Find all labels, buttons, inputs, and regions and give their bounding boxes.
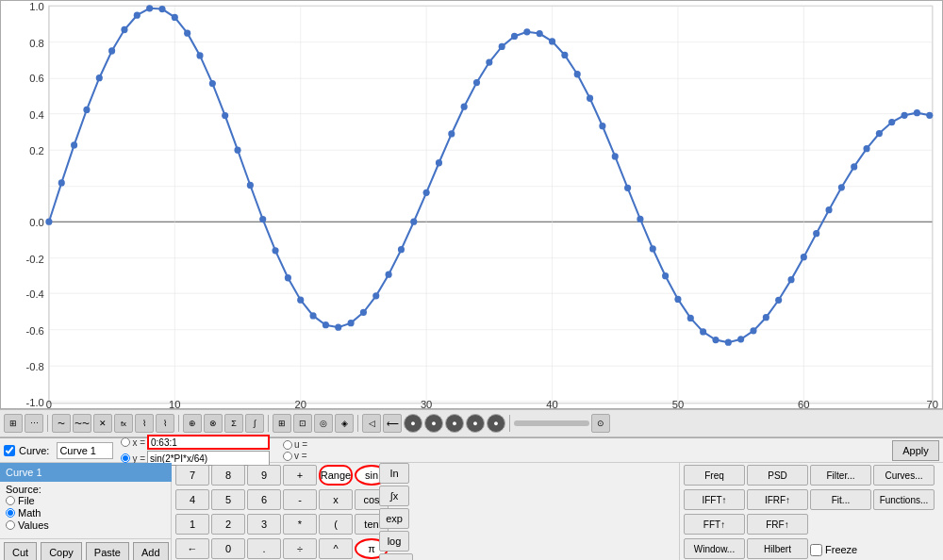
calc-minus[interactable]: - — [283, 489, 317, 510]
svg-point-88 — [662, 272, 669, 279]
func-fit[interactable]: Fit... — [810, 489, 871, 510]
math-radio[interactable] — [6, 508, 15, 518]
cut-button[interactable]: Cut — [4, 542, 37, 561]
add-button[interactable]: Add — [133, 542, 169, 561]
svg-point-52 — [209, 80, 216, 87]
file-radio[interactable] — [6, 496, 15, 505]
svg-point-54 — [234, 147, 240, 154]
toolbar-icon-15[interactable]: ◎ — [314, 414, 333, 433]
svg-point-45 — [121, 26, 127, 33]
toolbar-icon-18[interactable]: ⟵ — [383, 414, 402, 433]
calc-plus[interactable]: + — [283, 465, 317, 486]
svg-point-66 — [386, 272, 392, 278]
svg-point-93 — [725, 339, 732, 346]
svg-point-92 — [712, 337, 719, 343]
toolbar: ⊞ ⋯ 〜 〜〜 ✕ fx ⌇ ⌇ ⊕ ⊗ Σ ∫ ⊞ ⊡ ◎ ◈ ◁ ⟵ ● … — [0, 409, 943, 437]
copy-button[interactable]: Copy — [41, 542, 82, 561]
svg-point-70 — [436, 159, 442, 166]
toolbar-icon-14[interactable]: ⊡ — [293, 414, 312, 433]
calc-5[interactable]: 5 — [211, 489, 245, 510]
chart-svg: 1.0 0.8 0.6 0.4 0.2 0.0 -0.2 -0.4 -0.6 -… — [1, 1, 942, 408]
calc-6[interactable]: 6 — [247, 489, 281, 510]
func-fft[interactable]: FFT↑ — [684, 514, 745, 535]
calc-9[interactable]: 9 — [247, 465, 281, 486]
calc-log[interactable]: log — [379, 531, 409, 552]
svg-point-56 — [259, 216, 266, 222]
toolbar-icon-5[interactable]: ✕ — [93, 414, 112, 433]
svg-point-84 — [612, 153, 619, 159]
x-value-input[interactable] — [147, 435, 270, 450]
calc-8[interactable]: 8 — [211, 465, 245, 486]
paste-button[interactable]: Paste — [86, 542, 129, 561]
u-radio[interactable] — [283, 440, 292, 450]
calc-integral[interactable]: ∫x — [379, 486, 409, 506]
calc-range[interactable]: Range — [319, 465, 353, 486]
calc-7[interactable]: 7 — [175, 465, 209, 486]
calc-analog[interactable]: analog — [379, 553, 413, 560]
svg-point-100 — [813, 230, 819, 237]
toolbar-icon-2[interactable]: ⋯ — [25, 414, 43, 433]
y-radio[interactable] — [121, 453, 130, 463]
svg-point-108 — [914, 109, 920, 116]
apply-button[interactable]: Apply — [892, 440, 939, 461]
toolbar-icon-20[interactable]: ● — [424, 414, 443, 433]
calc-dot[interactable]: . — [247, 538, 281, 559]
toolbar-icon-19[interactable]: ● — [404, 414, 422, 433]
func-frf[interactable]: FRF↑ — [747, 514, 808, 535]
curve-checkbox[interactable] — [4, 445, 15, 456]
toolbar-icon-23[interactable]: ● — [487, 414, 505, 433]
curve-list-item[interactable]: Curve 1 — [0, 463, 172, 482]
func-ifrf[interactable]: IFRF↑ — [747, 489, 808, 510]
v-radio[interactable] — [283, 452, 292, 461]
svg-text:0.8: 0.8 — [29, 38, 44, 49]
calc-4[interactable]: 4 — [175, 489, 209, 510]
freeze-checkbox[interactable] — [810, 544, 822, 556]
values-radio[interactable] — [6, 520, 15, 530]
right-panel: Freq PSD Filter... Curves... IFFT↑ IFRF↑… — [679, 463, 943, 560]
func-ifft[interactable]: IFFT↑ — [684, 489, 745, 510]
toolbar-icon-24[interactable]: ⊙ — [591, 414, 610, 433]
toolbar-slider[interactable] — [514, 420, 589, 426]
toolbar-icon-7[interactable]: ⌇ — [135, 414, 154, 433]
calc-open-paren[interactable]: ( — [319, 514, 353, 535]
func-functions[interactable]: Functions... — [873, 489, 935, 510]
func-curves[interactable]: Curves... — [873, 465, 935, 486]
calc-div[interactable]: ÷ — [283, 538, 317, 559]
calc-3[interactable]: 3 — [247, 514, 281, 535]
toolbar-icon-8[interactable]: ⌇ — [156, 414, 174, 433]
func-window[interactable]: Window... — [684, 538, 745, 559]
toolbar-icon-1[interactable]: ⊞ — [4, 414, 23, 433]
curve-name-input[interactable] — [57, 442, 113, 459]
toolbar-icon-22[interactable]: ● — [466, 414, 485, 433]
calc-0[interactable]: 0 — [211, 538, 245, 559]
toolbar-icon-21[interactable]: ● — [445, 414, 464, 433]
calc-x[interactable]: x — [319, 489, 353, 510]
x-radio[interactable] — [121, 437, 130, 447]
toolbar-icon-3[interactable]: 〜 — [52, 414, 71, 433]
calc-ln[interactable]: In — [379, 463, 409, 484]
func-freq[interactable]: Freq — [684, 465, 745, 486]
func-psd[interactable]: PSD — [747, 465, 808, 486]
toolbar-icon-12[interactable]: ∫ — [245, 414, 264, 433]
svg-text:50: 50 — [672, 399, 684, 408]
calc-caret[interactable]: ^ — [319, 538, 353, 559]
calc-back[interactable]: ← — [175, 538, 209, 559]
toolbar-icon-4[interactable]: 〜〜 — [73, 414, 91, 433]
svg-text:0: 0 — [46, 399, 52, 408]
calc-mul[interactable]: * — [283, 514, 317, 535]
toolbar-icon-10[interactable]: ⊗ — [204, 414, 223, 433]
values-radio-row: Values — [6, 519, 165, 531]
calc-1[interactable]: 1 — [175, 514, 209, 535]
toolbar-icon-11[interactable]: Σ — [224, 414, 243, 433]
calc-2[interactable]: 2 — [211, 514, 245, 535]
toolbar-icon-17[interactable]: ◁ — [362, 414, 381, 433]
toolbar-icon-16[interactable]: ◈ — [335, 414, 354, 433]
toolbar-icon-6[interactable]: fx — [114, 414, 133, 433]
func-hilbert[interactable]: Hilbert — [747, 538, 808, 559]
calc-exp[interactable]: exp — [379, 508, 409, 529]
svg-text:20: 20 — [295, 399, 306, 408]
toolbar-icon-9[interactable]: ⊕ — [183, 414, 202, 433]
file-radio-row: File — [6, 495, 165, 506]
toolbar-icon-13[interactable]: ⊞ — [273, 414, 291, 433]
func-filter[interactable]: Filter... — [810, 465, 871, 486]
